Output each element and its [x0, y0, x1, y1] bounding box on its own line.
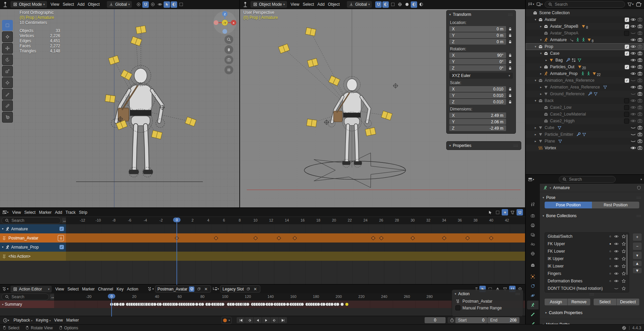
bone-collection-ik-lower[interactable]: IK Lower○	[545, 262, 629, 270]
outliner-row-scene-collection[interactable]: Scene Collection	[526, 9, 644, 16]
nla-track-2[interactable]	[66, 243, 525, 252]
bone-collection-deformation-bones[interactable]: Deformation Bones○	[545, 277, 629, 285]
rotation-mode-dropdown[interactable]: XYZ Euler▾	[449, 73, 513, 79]
snap-magnet-icon[interactable]	[142, 1, 149, 8]
lock-icon[interactable]	[507, 59, 513, 65]
visibility-eye-toggle[interactable]	[614, 256, 619, 261]
expand-chevron-icon[interactable]: ▾	[2, 227, 3, 230]
hide-eye-toggle[interactable]	[630, 84, 636, 90]
current-frame-field[interactable]: 0	[425, 317, 446, 323]
transform-field-location-x[interactable]: X0 m	[449, 26, 506, 32]
shading-material-icon[interactable]	[411, 1, 417, 8]
outliner-row-avatar-shapeb[interactable]: ▸Avatar_ShapeB8✓	[526, 23, 644, 30]
expand-chevron-icon[interactable]: ▾	[533, 45, 538, 48]
shading-solid-icon[interactable]	[404, 1, 410, 8]
play-reverse-button[interactable]	[254, 317, 262, 323]
hide-eye-toggle[interactable]	[630, 64, 636, 70]
solo-dot-toggle[interactable]: ○	[610, 250, 611, 253]
list-resize-grip[interactable]: ::::	[540, 292, 644, 296]
orientation-dropdown[interactable]: Global▾	[107, 1, 132, 8]
solo-dot-toggle[interactable]: ○	[610, 272, 611, 275]
current-frame-badge[interactable]: 0	[173, 218, 181, 222]
hide-eye-toggle[interactable]	[630, 98, 636, 103]
expand-chevron-icon[interactable]: ▸	[539, 25, 543, 28]
close-icon[interactable]: ✕	[203, 286, 209, 292]
bone-collection-fk-upper[interactable]: FK Upper●	[545, 240, 629, 248]
copy-icon[interactable]	[196, 286, 201, 292]
visibility-eye-toggle[interactable]	[614, 234, 619, 239]
outliner-row-prop[interactable]: ▾Prop✓	[526, 43, 644, 50]
lock-icon[interactable]	[507, 39, 513, 45]
deselect-button[interactable]: Deselect	[617, 299, 639, 305]
collection-checkbox[interactable]: ✓	[625, 24, 629, 29]
nav-grid-ortho-button[interactable]	[224, 66, 233, 74]
favorite-star-toggle[interactable]	[621, 234, 626, 239]
outliner-editor-icon[interactable]: ▾	[528, 1, 534, 7]
select-button[interactable]: Select	[594, 299, 616, 305]
nav-pan-button[interactable]	[224, 45, 233, 54]
transform-field-dimensions-y[interactable]: Y2.06 m	[449, 119, 506, 125]
nla-search-input[interactable]: Search	[1, 217, 61, 224]
solo-dot-toggle[interactable]: ○	[610, 257, 611, 260]
tool-select-box[interactable]	[2, 20, 13, 31]
expand-chevron-icon[interactable]: ▾	[2, 246, 3, 249]
proportional-edit-icon[interactable]	[149, 1, 156, 8]
transform-pivot-icon[interactable]	[135, 1, 142, 8]
nla-track-3[interactable]	[66, 252, 525, 261]
frame-start-field[interactable]: Start0	[455, 317, 487, 323]
outliner-row-particles-out[interactable]: ▸Particles_Out20✓	[526, 63, 644, 70]
hide-eye-toggle[interactable]	[630, 78, 636, 83]
remove-collection-button[interactable]: −	[633, 242, 642, 250]
assign-button[interactable]: Assign	[545, 299, 567, 305]
visibility-eye-toggle[interactable]	[614, 271, 619, 276]
nla-ruler[interactable]: -12-10-8-6-4-202468101214161820222426283…	[66, 217, 525, 224]
cursor-tool-icon[interactable]	[487, 209, 493, 215]
menu-add[interactable]: Add	[76, 1, 86, 7]
expand-chevron-icon[interactable]: ▾	[1, 304, 4, 305]
playhead[interactable]	[176, 222, 177, 285]
visibility-eye-toggle[interactable]	[614, 264, 619, 269]
tool-scale[interactable]	[2, 66, 13, 77]
summary-keyframe[interactable]	[336, 303, 339, 306]
nla-channel-postman-avatar[interactable]: Postman_Avatar	[0, 233, 66, 243]
properties-tab-collection[interactable]	[527, 261, 539, 270]
outliner-row-back[interactable]: ▾Back	[526, 97, 644, 104]
menu-view[interactable]: View	[10, 209, 23, 215]
slot-name-field[interactable]: Legacy Slot ✕	[220, 285, 260, 292]
menu-object[interactable]: Object	[326, 1, 341, 7]
action-panel-action-name[interactable]: Postman_Avatar	[462, 299, 493, 304]
hide-eye-toggle[interactable]	[630, 138, 636, 144]
action-id-icon[interactable]: ▾	[147, 286, 154, 292]
render-camera-toggle[interactable]	[637, 37, 643, 43]
collection-checkbox[interactable]: ✓	[625, 65, 629, 69]
menu-select[interactable]: Select	[66, 286, 80, 292]
add-collection-button[interactable]: +	[633, 233, 642, 241]
nla-channel-armature[interactable]: ▾Armature✓	[0, 224, 66, 233]
dope-empty-area[interactable]	[0, 308, 525, 316]
current-frame-badge[interactable]: 0	[108, 294, 115, 299]
hide-eye-toggle[interactable]	[630, 30, 636, 36]
outliner-row-avatar[interactable]: ▾Avatar✓	[526, 16, 644, 23]
move-up-button[interactable]: ▲	[633, 260, 642, 266]
hide-eye-toggle[interactable]	[630, 132, 636, 137]
nla-editor-icon[interactable]: ▾	[2, 209, 8, 215]
outliner-row-avatar-shapea[interactable]: Avatar_ShapeA	[526, 30, 644, 36]
hide-eye-toggle[interactable]	[630, 111, 636, 117]
hide-eye-toggle[interactable]	[630, 71, 636, 76]
gizmo-toggle-icon[interactable]	[164, 1, 170, 8]
properties-tab-output[interactable]	[527, 221, 539, 230]
render-camera-toggle[interactable]	[637, 98, 643, 103]
transform-field-location-z[interactable]: Z0 m	[449, 39, 506, 45]
render-camera-toggle[interactable]	[637, 17, 643, 22]
filter-funnel-icon[interactable]	[509, 209, 516, 215]
editor-type-icon[interactable]	[242, 1, 248, 8]
hide-eye-toggle[interactable]	[630, 17, 636, 22]
render-camera-toggle[interactable]	[637, 138, 643, 144]
favorite-star-toggle[interactable]	[621, 279, 626, 284]
collection-checkbox[interactable]	[624, 119, 629, 124]
collection-checkbox[interactable]: ✓	[625, 78, 629, 83]
properties-tab-object[interactable]	[527, 272, 539, 281]
menu-strip[interactable]: Strip	[77, 209, 89, 215]
outliner-row-case2-lowmaterial[interactable]: Case2_LowMaterial	[526, 111, 644, 118]
transform-field-rotation-x[interactable]: X90°	[449, 52, 506, 58]
